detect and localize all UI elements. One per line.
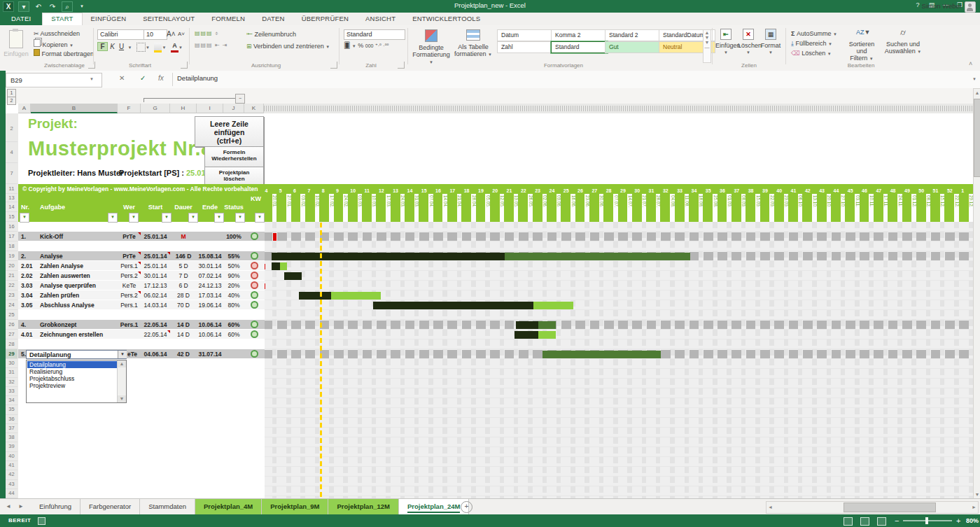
row-header-19[interactable]: 19 (6, 251, 18, 261)
row-header-36[interactable]: 36 (6, 415, 18, 424)
row-header-34[interactable]: 34 (6, 396, 18, 405)
sheet-tab-projektplan_4m[interactable]: Projektplan_4M (195, 499, 262, 514)
thousands-icon[interactable]: 000 (365, 43, 374, 48)
style-standard-2[interactable]: Standard 2 (605, 29, 662, 41)
filter-button-ende[interactable]: ▼ (214, 213, 224, 223)
table-row[interactable]: 3.03Analyse querprüfenKeTe17.12.136 D24.… (18, 281, 265, 290)
filter-button-wer[interactable]: ▼ (129, 213, 139, 223)
dropdown-option[interactable]: Projektabschluss (27, 375, 117, 382)
row-header-30[interactable]: 30 (6, 359, 18, 368)
table-row[interactable]: 1.Kick-OffPrTe25.01.14M100% (18, 232, 265, 241)
row-header-38[interactable]: 38 (6, 433, 18, 442)
sheet-nav-left-icon[interactable]: ◄ (6, 499, 11, 514)
help-icon[interactable]: ? (913, 1, 922, 8)
menu-tab-einfügen[interactable]: EINFÜGEN (83, 13, 135, 25)
table-row[interactable]: 3.04Zahlen prüfenPers.206.02.1428 D17.03… (18, 290, 265, 300)
name-box[interactable]: B29 (6, 73, 102, 87)
filter-button-start[interactable]: ▼ (162, 213, 172, 223)
menu-tab-start[interactable]: START (42, 13, 82, 25)
filter-button-kw[interactable]: ▼ (255, 213, 265, 223)
row-header-18[interactable]: 18 (6, 241, 18, 251)
fill-color-icon[interactable] (154, 43, 162, 52)
gantt-bar-dark[interactable] (284, 272, 302, 280)
alignment-dialog-launcher[interactable] (330, 62, 337, 69)
table-row[interactable]: 2.AnalysePrTe25.01.14146 D15.08.1455% (18, 251, 265, 260)
zoom-slider[interactable] (903, 520, 952, 521)
column-header-F[interactable]: F (118, 104, 141, 113)
gantt-bar-bright[interactable] (533, 302, 573, 309)
row-header-26[interactable]: 26 (6, 320, 18, 330)
row-header-40[interactable]: 40 (6, 452, 18, 461)
vertical-scrollbar[interactable]: ▲ ▼ (973, 88, 980, 500)
row-header-43[interactable]: 43 (6, 480, 18, 489)
gantt-bar-mid[interactable] (505, 253, 691, 260)
style-gut[interactable]: Gut (605, 41, 662, 53)
sheet-tab-stammdaten[interactable]: Stammdaten (140, 499, 195, 514)
row-header-7[interactable]: 7 (6, 163, 18, 184)
insert-cells-button[interactable]: ⇤ Einfügen▼ (715, 29, 736, 56)
table-row[interactable]: 4.01Zeichnungen erstellen22.05.1414 D10.… (18, 330, 265, 339)
underline-button[interactable]: U (117, 43, 126, 50)
column-group-collapse-button[interactable]: − (235, 94, 245, 104)
format-as-table-button[interactable]: Als Tabelleformatieren ▼ (454, 28, 493, 66)
conditional-formatting-button[interactable]: BedingteFormatierung ▼ (412, 28, 451, 66)
filter-button-task[interactable]: ▼ (108, 213, 118, 223)
percent-icon[interactable]: % (358, 42, 363, 49)
row-header-22[interactable]: 22 (6, 281, 18, 290)
row-header-14[interactable]: 14 (6, 202, 18, 212)
filter-button-status[interactable]: ▼ (235, 213, 245, 223)
bold-button[interactable]: F (97, 42, 108, 51)
column-header-K[interactable]: K (244, 104, 264, 113)
font-size-combo[interactable]: 10 (144, 29, 167, 40)
menu-tab-datei[interactable]: DATEI (0, 13, 42, 25)
vertical-scroll-thumb[interactable] (974, 99, 980, 177)
new-sheet-icon[interactable]: + (461, 501, 472, 513)
gallery-down-icon[interactable]: ▼ (704, 35, 710, 40)
user-name[interactable]: Simon Weber (922, 0, 962, 13)
italic-button[interactable]: K (108, 43, 117, 50)
menu-tab-ansicht[interactable]: ANSICHT (357, 13, 404, 25)
gantt-bar-dark[interactable] (299, 292, 331, 300)
scroll-up-icon[interactable]: ▲ (974, 89, 980, 97)
outline-level2-button[interactable]: 2 (7, 97, 16, 105)
copy-button[interactable]: Kopieren ▼ (34, 39, 74, 48)
table-row[interactable]: 3.05Abschluss AnalysePers.114.03.1470 D1… (18, 300, 265, 309)
style-komma-2[interactable]: Komma 2 (551, 29, 608, 41)
gantt-bar-dark[interactable] (272, 253, 505, 260)
zoom-in-icon[interactable]: + (956, 517, 960, 525)
row-header-15[interactable]: 15 (6, 212, 18, 222)
gallery-up-icon[interactable]: ▲ (704, 30, 710, 35)
gantt-bar-mid[interactable] (542, 351, 660, 358)
clipboard-dialog-launcher[interactable] (88, 62, 95, 69)
view-normal-icon[interactable] (844, 517, 853, 526)
font-dialog-launcher[interactable] (181, 62, 188, 69)
row-header-21[interactable]: 21 (6, 271, 18, 281)
row-header-23[interactable]: 23 (6, 290, 18, 300)
decrease-decimal-icon[interactable]: ·⁰⁰ (383, 43, 388, 48)
row-header-44[interactable]: 44 (6, 489, 18, 498)
column-header-I[interactable]: I (197, 104, 223, 113)
sheet-nav-right-icon[interactable]: ► (18, 499, 24, 514)
formula-input[interactable]: Detailplanung (177, 74, 218, 82)
format-painter-button[interactable]: Format übertragen (34, 49, 94, 58)
wrap-text-button[interactable]: ⭰ Zeilenumbruch (246, 30, 296, 39)
dropdown-option[interactable]: Projektreview (27, 382, 117, 389)
row-header-16[interactable]: 16 (6, 222, 18, 232)
view-page-layout-icon[interactable] (860, 517, 869, 526)
sheet-tab-projektplan_24m[interactable]: Projektplan_24M (399, 499, 470, 514)
insert-function-icon[interactable]: fx (158, 74, 164, 82)
sort-filter-button[interactable]: AZ▼ Sortieren undFiltern ▼ (843, 29, 881, 62)
row-header-25[interactable]: 25 (6, 310, 18, 320)
compressed-columns-header[interactable] (264, 104, 973, 114)
format-cells-button[interactable]: ▦ Format▼ (760, 29, 781, 56)
horizontal-scrollbar[interactable]: ◄ ► (766, 501, 979, 514)
delete-cells-button[interactable]: ✕ Löschen▼ (738, 29, 759, 56)
gantt-bar-bright[interactable] (538, 331, 555, 339)
row-header-41[interactable]: 41 (6, 461, 18, 470)
menu-tab-entwicklertools[interactable]: ENTWICKLERTOOLS (404, 13, 489, 25)
zoom-level[interactable]: 80% (966, 517, 979, 524)
dropdown-scroll-down-icon[interactable]: ▼ (118, 395, 126, 402)
style-zahl[interactable]: Zahl (497, 41, 554, 53)
paste-button[interactable]: Einfügen (3, 28, 29, 66)
menu-tab-daten[interactable]: DATEN (253, 13, 293, 25)
